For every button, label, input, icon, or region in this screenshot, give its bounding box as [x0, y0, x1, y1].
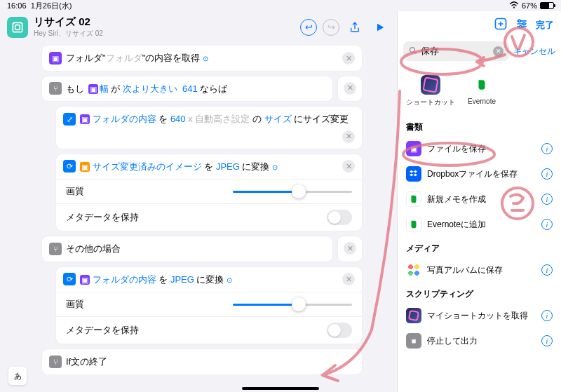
action-save-photo-album[interactable]: 写真アルバムに保存 i — [398, 257, 561, 283]
metadata-label: メタデータを保持 — [66, 211, 139, 224]
search-value: 保存 — [421, 45, 439, 58]
action-new-note-evernote[interactable]: 新規メモを作成 i — [398, 187, 561, 212]
folder-icon: ▣ — [49, 52, 62, 65]
clear-search-button[interactable]: ✕ — [493, 46, 503, 57]
action-add-to-evernote[interactable]: Evernoteに追加 i — [398, 212, 561, 237]
evernote-app-icon — [472, 75, 492, 95]
action-save-file[interactable]: ▣ ファイルを保存 i — [398, 136, 561, 161]
evernote-icon — [406, 217, 421, 232]
status-date: 1月26日(水) — [31, 1, 72, 10]
redo-button[interactable]: ↪ — [323, 19, 339, 36]
else-close-pill[interactable]: ✕ — [338, 236, 362, 262]
metadata-label: メタデータを保持 — [66, 324, 139, 337]
quality-label: 画質 — [66, 185, 84, 198]
search-input[interactable]: 保存 ✕ — [403, 41, 509, 61]
quality-label: 画質 — [66, 298, 84, 311]
search-icon — [409, 46, 417, 57]
app-filter-shortcuts[interactable]: ショートカット — [406, 75, 455, 107]
info-button[interactable]: i — [541, 194, 553, 205]
keyboard-toggle-button[interactable]: あ — [8, 367, 27, 385]
remove-action-button[interactable]: ✕ — [342, 273, 355, 285]
branch-icon: ⑂ — [49, 82, 62, 95]
undo-button[interactable]: ↩ — [300, 19, 317, 36]
convert-icon: ⟳ — [63, 160, 76, 173]
dropbox-icon — [406, 166, 421, 182]
battery-percent: 67% — [522, 1, 537, 10]
quality-slider[interactable] — [233, 191, 352, 193]
shortcut-subtitle: Hey Siri、リサイズ 02 — [34, 29, 295, 39]
run-button[interactable] — [370, 18, 390, 37]
remove-action-button[interactable]: ✕ — [342, 160, 355, 173]
metadata-toggle[interactable] — [327, 210, 352, 225]
variable-icon: ▣ — [80, 114, 90, 124]
status-time: 16:06 — [7, 1, 27, 10]
info-button[interactable]: i — [541, 143, 553, 154]
info-button[interactable]: i — [541, 264, 553, 276]
app-filter-evernote[interactable]: Evernote — [468, 75, 496, 107]
svg-rect-2 — [15, 25, 20, 29]
section-media: メディア — [398, 237, 561, 257]
metadata-toggle[interactable] — [327, 323, 352, 338]
variable-icon: ▣ — [80, 162, 90, 172]
battery-icon — [540, 2, 554, 9]
shortcut-title: リサイズ 02 — [34, 15, 295, 29]
section-scripting: スクリプティング — [398, 283, 561, 303]
collapse-icon[interactable]: ⊙ — [272, 163, 278, 171]
svg-point-4 — [518, 20, 520, 22]
action-get-my-shortcuts[interactable]: マイショートカットを取得 i — [398, 303, 561, 328]
variable-icon: ▣ — [88, 84, 98, 94]
wifi-icon — [509, 1, 519, 10]
action-resize[interactable]: ⤢ ▣ フォルダの内容 を 640 x 自動高さ設定 の サイズ にサイズ変更 — [56, 107, 362, 149]
action-if[interactable]: ⑂ もし ▣幅 が 次より大きい 641 ならば — [42, 76, 332, 102]
resize-icon: ⤢ — [63, 113, 76, 126]
editor-header: リサイズ 02 Hey Siri、リサイズ 02 ↩ ↪ — [0, 11, 397, 46]
svg-point-0 — [513, 7, 515, 8]
add-action-button[interactable] — [494, 17, 508, 33]
svg-point-6 — [520, 26, 522, 28]
branch-icon: ⑂ — [49, 356, 62, 368]
if-close-pill[interactable]: ✕ — [338, 76, 362, 102]
collapse-icon[interactable]: ⊙ — [227, 276, 232, 284]
info-button[interactable]: i — [541, 168, 553, 180]
shortcuts-icon — [406, 308, 421, 323]
section-documents: 書類 — [398, 116, 561, 136]
stop-icon: ■ — [406, 333, 421, 349]
shortcuts-app-icon — [421, 75, 440, 95]
file-icon: ▣ — [406, 141, 421, 156]
svg-point-7 — [410, 47, 415, 52]
info-button[interactable]: i — [541, 219, 553, 230]
remove-action-button[interactable]: ✕ — [342, 130, 355, 143]
action-convert-image-1[interactable]: ⟳ ▣ サイズ変更済みのイメージ を JPEG に変換 ⊙ ✕ 画質 — [56, 154, 362, 231]
share-button[interactable] — [345, 18, 365, 37]
evernote-icon — [406, 191, 421, 207]
info-button[interactable]: i — [541, 335, 553, 346]
variable-icon: ▣ — [80, 275, 90, 285]
action-save-dropbox[interactable]: Dropboxファイルを保存 i — [398, 161, 561, 187]
convert-icon: ⟳ — [63, 273, 76, 285]
action-stop-and-output[interactable]: ■ 停止して出力 i — [398, 328, 561, 353]
info-button[interactable]: i — [541, 310, 553, 321]
action-else[interactable]: ⑂ その他の場合 — [42, 236, 332, 262]
svg-rect-1 — [13, 22, 22, 32]
home-indicator[interactable] — [242, 387, 319, 390]
status-bar: 16:06 1月26日(水) 67% — [0, 0, 561, 11]
quality-slider[interactable] — [233, 304, 352, 306]
action-get-folder-contents[interactable]: ▣ フォルダ"フォルダ"の内容を取得 ⊙ ✕ — [42, 46, 362, 71]
photos-icon — [406, 262, 421, 278]
branch-icon: ⑂ — [49, 243, 62, 255]
action-endif[interactable]: ⑂ If文の終了 — [42, 349, 362, 374]
filter-button[interactable] — [515, 17, 529, 33]
cancel-search-button[interactable]: キャンセル — [513, 46, 555, 58]
disclosure-icon[interactable]: ⊙ — [203, 55, 208, 62]
remove-action-button[interactable]: ✕ — [342, 52, 355, 65]
action-convert-image-2[interactable]: ⟳ ▣ フォルダの内容 を JPEG に変換 ⊙ ✕ 画質 — [56, 267, 362, 344]
svg-point-5 — [523, 22, 525, 25]
shortcut-icon — [7, 17, 28, 38]
done-button[interactable]: 完了 — [536, 19, 554, 32]
